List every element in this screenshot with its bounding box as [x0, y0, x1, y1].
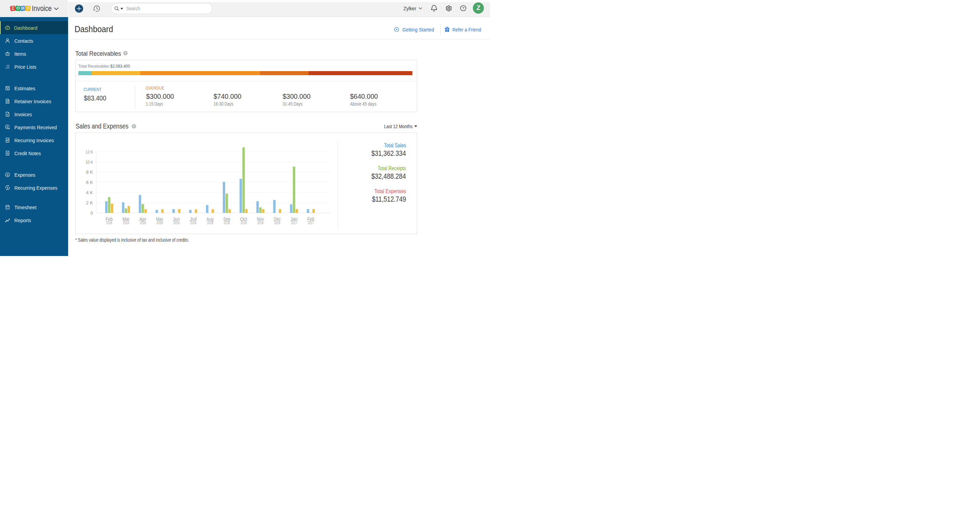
svg-text:?: ? — [462, 6, 465, 10]
svg-text:2016: 2016 — [173, 220, 180, 225]
svg-text:2016: 2016 — [140, 220, 146, 225]
svg-text:0: 0 — [90, 211, 93, 216]
svg-text:2017: 2017 — [308, 220, 314, 225]
svg-text:2 K: 2 K — [86, 200, 93, 205]
svg-text:2016: 2016 — [190, 220, 196, 225]
svg-text:2016: 2016 — [106, 220, 112, 225]
svg-text:6 K: 6 K — [86, 180, 93, 185]
svg-text:2016: 2016 — [123, 220, 129, 225]
svg-text:$: $ — [6, 125, 8, 128]
svg-text:$: $ — [7, 186, 8, 189]
svg-text:2016: 2016 — [224, 220, 230, 225]
svg-text:2016: 2016 — [207, 220, 213, 225]
svg-text:2017: 2017 — [291, 220, 297, 225]
svg-text:10 K: 10 K — [86, 160, 93, 165]
svg-text:4 K: 4 K — [86, 190, 93, 195]
svg-text:2016: 2016 — [274, 220, 280, 225]
svg-text:2016: 2016 — [156, 220, 162, 225]
svg-text:12 K: 12 K — [86, 149, 93, 154]
svg-text:2016: 2016 — [240, 220, 247, 225]
svg-text:$: $ — [7, 151, 8, 154]
svg-text:8 K: 8 K — [86, 170, 93, 174]
svg-text:$: $ — [7, 173, 8, 176]
svg-text:2016: 2016 — [257, 220, 264, 225]
